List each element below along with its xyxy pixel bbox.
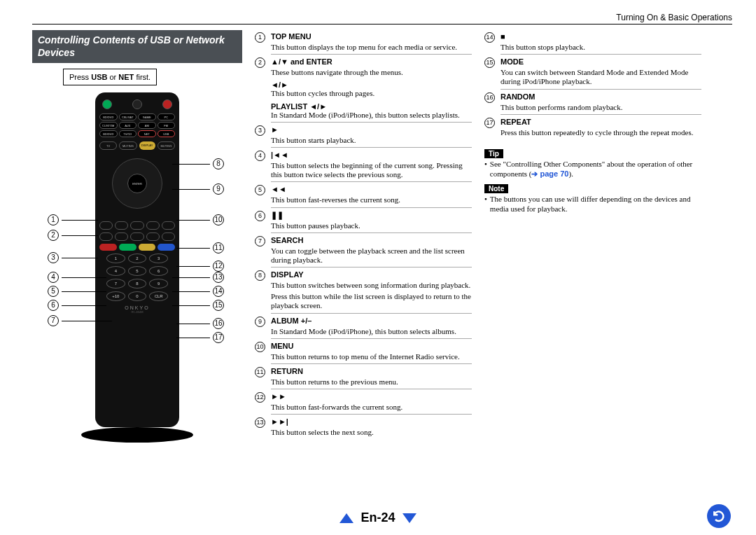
page-next-icon[interactable] <box>402 513 416 523</box>
power-on-icon <box>102 99 112 109</box>
remote-stand <box>81 427 193 443</box>
callout-12: 12 <box>176 260 224 272</box>
header-rule <box>32 24 732 25</box>
model-label: RC-834M <box>99 310 175 314</box>
callout-3: 3 <box>48 252 98 263</box>
callout-2: 2 <box>48 230 98 241</box>
callout-7: 7 <box>48 315 112 326</box>
tip-label: Tip <box>484 149 503 158</box>
remote-illustration: BD/DVDCBL/SATGAMEPC CUSTOMAUXAMFM BD/DVD… <box>32 92 242 471</box>
page-footer: En-24 <box>0 510 756 525</box>
remote-body: BD/DVDCBL/SATGAMEPC CUSTOMAUXAMFM BD/DVD… <box>95 92 179 427</box>
press-first-box: Press USB or NET first. <box>63 69 157 85</box>
note-text: •The buttons you can use will differ dep… <box>484 195 701 214</box>
undo-icon <box>712 509 726 523</box>
description-column-2: 14■This button stops playback. 15MODEYou… <box>484 30 701 214</box>
section-title: Controlling Contents of USB or Network D… <box>32 30 242 63</box>
callout-9: 9 <box>172 183 224 195</box>
callout-1: 1 <box>48 214 98 225</box>
callout-16: 16 <box>176 318 224 329</box>
description-column-1: 1TOP MENUThis button displays the top me… <box>255 30 472 443</box>
power-off-icon <box>162 99 172 109</box>
callout-10: 10 <box>176 214 224 225</box>
callout-17: 17 <box>176 332 224 343</box>
page-prev-icon[interactable] <box>340 513 354 523</box>
enter-button: ENTER <box>127 174 147 193</box>
header-section: Turning On & Basic Operations <box>616 13 732 22</box>
callout-6: 6 <box>48 300 106 311</box>
callout-15: 15 <box>172 300 224 311</box>
page-link[interactable]: ➔ page 70 <box>531 169 568 178</box>
callout-8: 8 <box>172 158 224 169</box>
callout-14: 14 <box>172 286 224 297</box>
tip-text: • See "Controlling Other Components" abo… <box>484 160 701 179</box>
callout-11: 11 <box>176 242 224 253</box>
callout-13: 13 <box>172 272 224 283</box>
note-label: Note <box>484 184 508 193</box>
device-grid: BD/DVDCBL/SATGAMEPC CUSTOMAUXAMFM BD/DVD… <box>99 113 175 137</box>
power-led-icon <box>132 99 142 109</box>
page-number: En-24 <box>360 510 395 525</box>
back-button[interactable] <box>707 504 731 528</box>
callout-5: 5 <box>48 286 106 297</box>
brand-label: ONKYO <box>99 305 175 310</box>
callout-4: 4 <box>48 272 106 283</box>
